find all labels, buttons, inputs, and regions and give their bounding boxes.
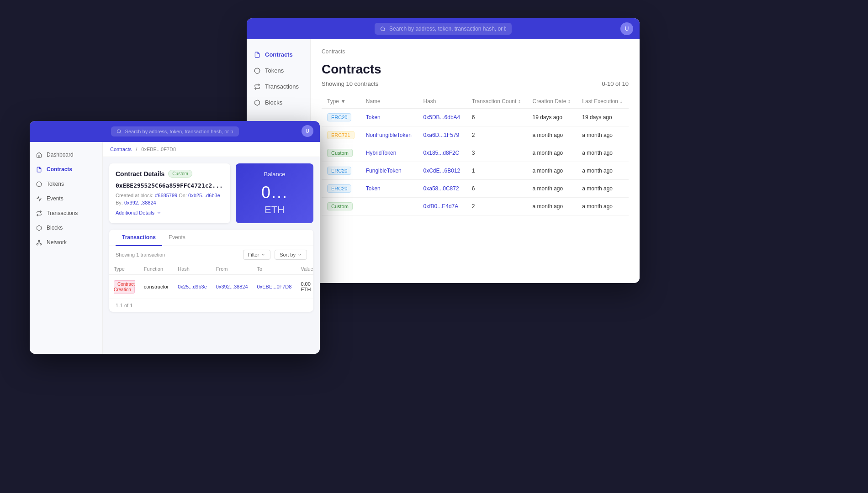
cell-tx-count: 3 bbox=[466, 144, 527, 162]
svg-line-11 bbox=[37, 242, 39, 244]
front-user-avatar[interactable]: U bbox=[302, 125, 313, 137]
front-cube-icon bbox=[36, 225, 42, 231]
cell-type: ERC20 bbox=[322, 162, 360, 180]
tx-from: 0x392...38824 bbox=[212, 275, 253, 299]
col-type: Type ▼ bbox=[322, 94, 360, 109]
back-search-input[interactable] bbox=[389, 26, 506, 32]
sidebar-item-contracts-front[interactable]: Contracts bbox=[30, 162, 102, 177]
sidebar-item-blocks-back[interactable]: Blocks bbox=[247, 94, 310, 110]
tx-col-type: Type bbox=[109, 263, 139, 275]
cell-hash: 0x5DB...6dbA4 bbox=[418, 109, 466, 126]
additional-details-toggle[interactable]: Additional Details bbox=[116, 210, 224, 215]
cell-creation-date: a month ago bbox=[527, 162, 577, 180]
sidebar-item-dashboard[interactable]: Dashboard bbox=[30, 147, 102, 162]
search-icon bbox=[380, 26, 386, 32]
cell-tx-count: 2 bbox=[466, 126, 527, 144]
network-icon bbox=[36, 240, 42, 246]
sidebar-item-network[interactable]: Network bbox=[30, 235, 102, 250]
front-search-icon bbox=[116, 129, 122, 134]
front-sidebar: Dashboard Contracts Tokens Events bbox=[30, 142, 103, 354]
tx-col-to: To bbox=[253, 263, 296, 275]
circle-icon bbox=[254, 68, 260, 74]
tx-tabs: Transactions Events bbox=[109, 230, 313, 246]
cell-tx-count: 1 bbox=[466, 162, 527, 180]
cell-tx-count: 2 bbox=[466, 198, 527, 215]
filter-button[interactable]: Filter bbox=[243, 250, 270, 260]
tx-table: Type Function Hash From To Value Time Co… bbox=[109, 263, 313, 299]
contract-address: 0xEBE295525C66a859FFC4721c2... bbox=[116, 182, 224, 189]
svg-line-10 bbox=[39, 242, 41, 244]
table-row: Custom HybridToken 0x185...d8F2C 3 a mon… bbox=[322, 144, 629, 162]
back-user-avatar[interactable]: U bbox=[620, 22, 633, 35]
type-badge: ERC20 bbox=[327, 184, 351, 193]
table-row: ERC20 Token 0xa58...0C872 6 a month ago … bbox=[322, 180, 629, 198]
sidebar-item-transactions-back[interactable]: Transactions bbox=[247, 79, 310, 94]
table-row: ERC721 NonFungibleToken 0xa6D...1F579 2 … bbox=[322, 126, 629, 144]
sidebar-item-blocks-front[interactable]: Blocks bbox=[30, 220, 102, 235]
svg-point-5 bbox=[37, 182, 42, 187]
tx-col-from: From bbox=[212, 263, 253, 275]
cell-creation-date: a month ago bbox=[527, 198, 577, 215]
svg-point-6 bbox=[38, 240, 40, 241]
front-search-bar[interactable] bbox=[111, 126, 239, 136]
tab-events[interactable]: Events bbox=[162, 230, 192, 246]
tx-value: 0.00 ETH bbox=[296, 275, 313, 299]
tx-function: constructor bbox=[139, 275, 173, 299]
cell-hash: 0x185...d8F2C bbox=[418, 144, 466, 162]
cell-creation-date: a month ago bbox=[527, 126, 577, 144]
tab-transactions[interactable]: Transactions bbox=[116, 230, 162, 246]
breadcrumb-front: Contracts / 0xEBE...0F7D8 bbox=[103, 142, 320, 157]
col-last-execution: Last Execution ↓ bbox=[577, 94, 629, 109]
table-row: Custom 0xfB0...E4d7A 2 a month ago a mon… bbox=[322, 198, 629, 215]
back-main-content: Contracts Contracts Showing 10 contracts… bbox=[311, 39, 640, 280]
chevron-down-icon bbox=[156, 210, 162, 215]
sidebar-item-events[interactable]: Events bbox=[30, 191, 102, 206]
col-hash: Hash bbox=[418, 94, 466, 109]
type-badge: ERC20 bbox=[327, 113, 351, 121]
cell-creation-date: a month ago bbox=[527, 144, 577, 162]
tx-footer: 1-1 of 1 bbox=[109, 299, 313, 312]
col-creation-date: Creation Date ↕ bbox=[527, 94, 577, 109]
sidebar-item-transactions-front[interactable]: Transactions bbox=[30, 206, 102, 220]
balance-unit: ETH bbox=[265, 204, 285, 216]
svg-point-0 bbox=[381, 26, 385, 30]
front-header: U bbox=[30, 121, 320, 142]
type-badge: Custom bbox=[327, 149, 353, 157]
sidebar-item-tokens-back[interactable]: Tokens bbox=[247, 63, 310, 79]
balance-label: Balance bbox=[264, 171, 286, 178]
sort-button[interactable]: Sort by bbox=[275, 250, 307, 260]
cell-last-exec: a month ago bbox=[577, 162, 629, 180]
col-tx-count: Transaction Count ↕ bbox=[466, 94, 527, 109]
cell-name: Token bbox=[360, 180, 418, 198]
svg-point-3 bbox=[117, 130, 120, 133]
contract-details-window: U Dashboard Contracts Tokens bbox=[30, 121, 320, 354]
sidebar-item-contracts-back[interactable]: Contracts bbox=[247, 47, 310, 63]
home-icon bbox=[36, 152, 42, 158]
contract-content: Contract Details Custom 0xEBE295525C66a8… bbox=[103, 157, 320, 230]
cell-name: NonFungibleToken bbox=[360, 126, 418, 144]
type-badge: ERC721 bbox=[327, 131, 355, 139]
front-circle-icon bbox=[36, 181, 42, 187]
transactions-section: Transactions Events Showing 1 transactio… bbox=[109, 230, 313, 312]
contract-details-title: Contract Details Custom bbox=[116, 170, 224, 178]
back-page-title: Contracts bbox=[322, 62, 629, 77]
sidebar-item-tokens-front[interactable]: Tokens bbox=[30, 177, 102, 191]
filter-chevron-icon bbox=[261, 252, 265, 257]
tx-row: Contract Creation constructor 0x25...d9b… bbox=[109, 275, 313, 299]
contracts-table: Type ▼ Name Hash Transaction Count ↕ Cre… bbox=[322, 94, 629, 215]
cell-type: Custom bbox=[322, 198, 360, 215]
tx-to: 0xEBE...0F7D8 bbox=[253, 275, 296, 299]
front-search-input[interactable] bbox=[125, 129, 233, 134]
type-badge: ERC20 bbox=[327, 167, 351, 175]
balance-amount: 0... bbox=[261, 183, 288, 202]
cell-last-exec: a month ago bbox=[577, 180, 629, 198]
document-icon bbox=[254, 52, 260, 58]
svg-line-4 bbox=[120, 132, 121, 133]
back-search-bar[interactable] bbox=[375, 23, 512, 35]
sort-chevron-icon bbox=[297, 252, 302, 257]
tx-controls: Showing 1 transaction Filter Sort by bbox=[109, 246, 313, 263]
cell-last-exec: a month ago bbox=[577, 144, 629, 162]
cell-name: HybridToken bbox=[360, 144, 418, 162]
col-name: Name bbox=[360, 94, 418, 109]
cell-type: ERC721 bbox=[322, 126, 360, 144]
